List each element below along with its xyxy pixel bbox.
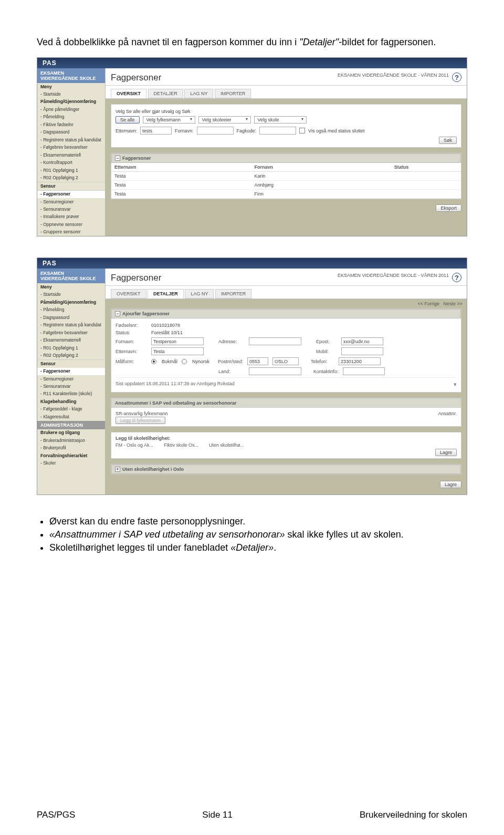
- ajourfor-header: − Ajourfør fagpersoner: [111, 309, 461, 318]
- chevron-down-icon[interactable]: ▾: [454, 381, 457, 388]
- sidebar-item[interactable]: Eksamensmateriell: [37, 151, 105, 159]
- table-row[interactable]: TestaAnnbjørg: [111, 181, 461, 190]
- intro-text: Ved å dobbelklikke på navnet til en fagp…: [37, 37, 467, 48]
- col-status[interactable]: Status: [391, 163, 461, 172]
- input-mobil[interactable]: [341, 347, 383, 355]
- sidebar-item[interactable]: Klageresultat: [37, 413, 105, 420]
- sidebar-item[interactable]: Følgeseddel - klage: [37, 406, 105, 413]
- input-fagkode[interactable]: [259, 127, 296, 135]
- lagre-button[interactable]: Lagre: [435, 449, 457, 456]
- label-fornavn: Fornavn:: [116, 339, 147, 344]
- footer-right: Brukerveiledning for skolen: [360, 810, 467, 820]
- item-uten: Uten skoletilhø...: [209, 442, 244, 448]
- sidebar-item[interactable]: Brukeradministrasjon: [37, 437, 105, 444]
- select-fylkesmann[interactable]: Velg fylkesmann: [143, 116, 195, 123]
- tabs: OVERSIKT DETALJER LAG NY IMPORTER: [106, 86, 467, 99]
- tab-lagny[interactable]: LAG NY: [184, 89, 213, 98]
- collapse-icon[interactable]: −: [115, 311, 120, 316]
- sidebar-item[interactable]: R02 Oppfølging 2: [37, 174, 105, 182]
- sidebar-item[interactable]: Dagspassord: [37, 129, 105, 136]
- sidebar-item[interactable]: Eksamensmateriell: [37, 337, 105, 344]
- sidebar-item[interactable]: Dagspassord: [37, 314, 105, 321]
- input-fornavn[interactable]: Testperson: [151, 337, 204, 345]
- label-status: Status:: [116, 330, 147, 335]
- item-fiktiv: Fiktiv skole Os...: [164, 442, 198, 448]
- sidebar-item-fagpersoner[interactable]: Fagpersoner: [37, 368, 105, 375]
- checkbox-sluttet[interactable]: [299, 128, 305, 133]
- sidebar-item[interactable]: Sensurregioner: [37, 375, 105, 383]
- sidebar-item[interactable]: Åpne påmeldinger: [37, 106, 105, 113]
- sidebar-item[interactable]: Skoler: [37, 460, 105, 467]
- label-bokmal: Bokmål: [162, 359, 177, 364]
- sidebar-item[interactable]: Fiktive fødselnr: [37, 121, 105, 128]
- sidebar-item[interactable]: Følgebrev besvarelser: [37, 329, 105, 336]
- sidebar-item: Forvaltningshierarkiet: [37, 452, 105, 459]
- expand-icon[interactable]: +: [115, 467, 120, 472]
- tab-oversikt[interactable]: OVERSIKT: [111, 289, 146, 298]
- tab-detaljer[interactable]: DETALJER: [148, 289, 184, 298]
- radio-bokmal[interactable]: [151, 359, 156, 364]
- input-epost[interactable]: xxx@udir.no: [341, 337, 383, 345]
- tab-lagny[interactable]: LAG NY: [185, 289, 214, 298]
- label-kontaktinfo: Kontaktinfo:: [313, 369, 339, 374]
- tab-importer[interactable]: IMPORTER: [215, 289, 251, 298]
- nav-prev[interactable]: << Forrige: [417, 301, 439, 306]
- nav-next[interactable]: Neste >>: [443, 301, 463, 306]
- sidebar-item[interactable]: Påmelding: [37, 114, 105, 121]
- lagre-button[interactable]: Lagre: [440, 481, 461, 488]
- collapse-icon[interactable]: −: [115, 156, 120, 161]
- sidebar-item[interactable]: Oppnevne sensorer: [37, 221, 105, 228]
- col-fornavn[interactable]: Fornavn: [251, 163, 391, 172]
- page-title: Fagpersoner: [111, 273, 161, 283]
- sidebar-item[interactable]: Påmelding/Gjennomføring: [37, 298, 105, 306]
- table-row[interactable]: TestaKarin: [111, 172, 461, 181]
- sidebar-item[interactable]: Påmelding/Gjennomføring: [37, 98, 105, 106]
- input-postnr[interactable]: 0553: [247, 357, 268, 365]
- sidebar-item[interactable]: Sensuransvar: [37, 383, 105, 390]
- sidebar-item[interactable]: Brukerprofil: [37, 445, 105, 452]
- input-etternavn[interactable]: Testa: [151, 347, 204, 355]
- col-etternavn[interactable]: Etternavn: [111, 163, 251, 172]
- sok-button[interactable]: Søk: [439, 137, 457, 144]
- eksport-button[interactable]: Eksport: [436, 204, 461, 212]
- sidebar-item[interactable]: Påmelding: [37, 306, 105, 314]
- help-icon[interactable]: ?: [452, 273, 461, 282]
- select-skole[interactable]: Velg skole: [254, 116, 307, 123]
- table-row[interactable]: TestaFinn: [111, 190, 461, 199]
- label-sr-ansvarlig: SR-ansvarlig fylkesmann: [116, 411, 168, 416]
- sidebar-item[interactable]: Registrere status på kandidat: [37, 136, 105, 143]
- pas-header: PAS: [37, 58, 467, 68]
- radio-nynorsk[interactable]: [182, 359, 187, 364]
- label-postnr: Postnr/sted:: [218, 359, 243, 364]
- input-adresse[interactable]: [249, 337, 301, 345]
- sidebar: EKSAMEN VIDEREGÅENDE SKOLE Meny Startsid…: [37, 269, 106, 494]
- input-telefon[interactable]: 23301200: [339, 357, 381, 365]
- input-fornavn[interactable]: [197, 127, 234, 135]
- sidebar-item[interactable]: Registrere status på kandidat: [37, 322, 105, 329]
- sidebar-item-fagpersoner[interactable]: Fagpersoner: [37, 191, 105, 198]
- tab-oversikt[interactable]: OVERSIKT: [111, 89, 146, 98]
- sidebar-item[interactable]: Følgebrev besvarelser: [37, 144, 105, 151]
- sidebar-item[interactable]: Gruppere sensorer: [37, 229, 105, 236]
- legg-til-fm-button[interactable]: Legg til fylkesmann: [116, 417, 165, 424]
- input-etternavn[interactable]: tests: [140, 127, 172, 135]
- input-kontaktinfo[interactable]: [343, 367, 385, 375]
- sidebar-item[interactable]: Startside: [37, 90, 105, 98]
- sidebar-item[interactable]: R11 Karakterliste (skole): [37, 390, 105, 398]
- sidebar-item[interactable]: Sensurregioner: [37, 198, 105, 205]
- tab-detaljer[interactable]: DETALJER: [148, 89, 183, 98]
- sidebar-item[interactable]: R01 Oppfølging 1: [37, 344, 105, 352]
- sidebar-item[interactable]: Innallokere prøver: [37, 213, 105, 221]
- sidebar-item[interactable]: Startside: [37, 291, 105, 298]
- sidebar-item[interactable]: R02 Oppfølging 2: [37, 352, 105, 359]
- sidebar-item[interactable]: R01 Oppfølging 1: [37, 167, 105, 174]
- select-skoleeier[interactable]: Velg skoleeier: [198, 116, 251, 123]
- input-land[interactable]: [249, 367, 301, 375]
- tab-importer[interactable]: IMPORTER: [215, 89, 251, 98]
- help-icon[interactable]: ?: [452, 73, 461, 82]
- se-alle-button[interactable]: Se alle: [116, 116, 140, 123]
- sidebar-item[interactable]: Kontrollrapport: [37, 159, 105, 167]
- sidebar-item[interactable]: Sensuransvar: [37, 206, 105, 213]
- input-poststed[interactable]: OSLO: [272, 357, 299, 365]
- label-fagkode: Fagkode:: [237, 128, 257, 133]
